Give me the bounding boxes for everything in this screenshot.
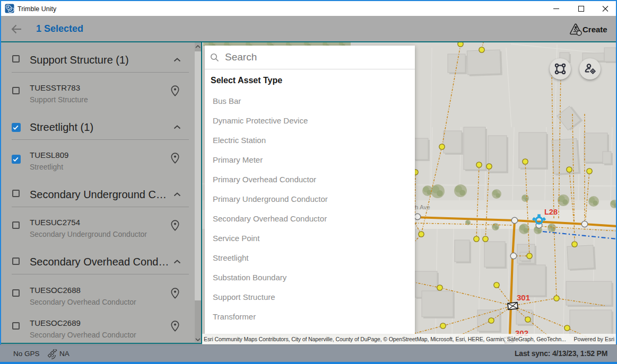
svg-text:h Ave: h Ave	[415, 204, 430, 210]
svg-text:301: 301	[517, 293, 530, 302]
svg-text:L28: L28	[544, 208, 558, 216]
